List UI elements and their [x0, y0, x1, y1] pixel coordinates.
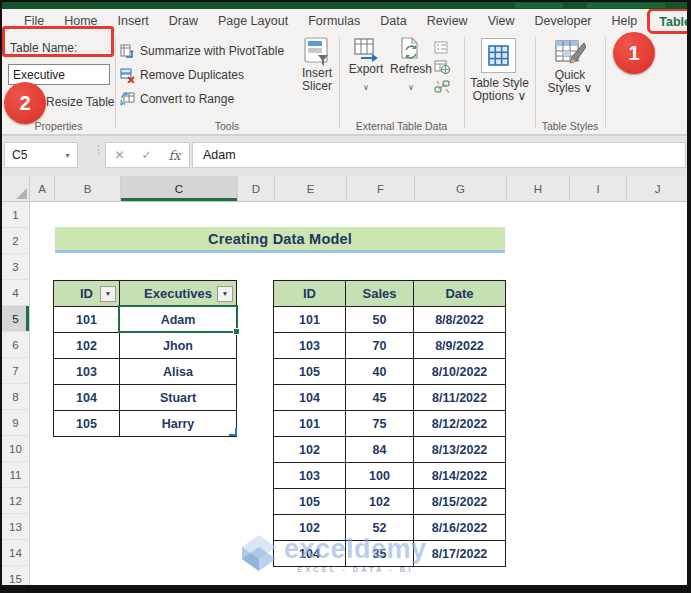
column-header-B[interactable]: B	[55, 176, 121, 202]
cell[interactable]: 101	[54, 307, 120, 333]
cell[interactable]: 105	[274, 359, 346, 385]
cell[interactable]: Alisa	[120, 359, 237, 385]
column-header-G[interactable]: G	[415, 176, 507, 202]
column-header-A[interactable]: A	[30, 176, 55, 202]
cell[interactable]: 102	[274, 437, 346, 463]
column-header-H[interactable]: H	[507, 176, 570, 202]
column-header-D[interactable]: D	[238, 176, 275, 202]
header-cell-executives[interactable]: Executives▼	[120, 281, 237, 307]
quick-styles-button[interactable]: Quick Styles ∨	[537, 37, 603, 95]
menu-tab-draw[interactable]: Draw	[159, 14, 208, 28]
menu-tab-insert[interactable]: Insert	[108, 14, 159, 28]
cell[interactable]: 8/14/2022	[414, 463, 506, 489]
cell[interactable]: 102	[54, 333, 120, 359]
column-header-F[interactable]: F	[347, 176, 415, 202]
menu-tab-developer[interactable]: Developer	[525, 14, 602, 28]
menu-tab-help[interactable]: Help	[602, 14, 648, 28]
cell[interactable]: 8/12/2022	[414, 411, 506, 437]
cell[interactable]: 104	[274, 541, 346, 567]
header-cell-id[interactable]: ID▼	[54, 281, 120, 307]
cell[interactable]: 101	[274, 411, 346, 437]
header-cell-id[interactable]: ID	[274, 281, 346, 307]
cell[interactable]: 103	[274, 333, 346, 359]
table-style-options-button[interactable]	[481, 38, 516, 73]
select-all-corner[interactable]	[2, 176, 30, 202]
menu-tab-formulas[interactable]: Formulas	[298, 14, 370, 28]
row-header-9[interactable]: 9	[2, 410, 30, 436]
row-header-7[interactable]: 7	[2, 358, 30, 384]
unlink-icon[interactable]	[434, 80, 450, 94]
name-box-dropdown-icon[interactable]: ▼	[64, 152, 77, 159]
cell[interactable]: 40	[346, 359, 414, 385]
enter-icon[interactable]: ✓	[141, 148, 151, 162]
menu-tab-review[interactable]: Review	[417, 14, 478, 28]
row-header-13[interactable]: 13	[2, 514, 30, 540]
cell[interactable]: 103	[274, 463, 346, 489]
formula-bar-splitter[interactable]: ⋮	[93, 146, 104, 152]
header-cell-date[interactable]: Date	[414, 281, 506, 307]
row-header-8[interactable]: 8	[2, 384, 30, 410]
table-style-options-label[interactable]: Table Style Options ∨	[464, 77, 535, 103]
cell[interactable]: 8/10/2022	[414, 359, 506, 385]
filter-dropdown-icon[interactable]: ▼	[217, 286, 233, 302]
cell[interactable]: Adam	[120, 307, 237, 333]
cell[interactable]: 102	[274, 515, 346, 541]
cell[interactable]: 105	[274, 489, 346, 515]
menu-tab-file[interactable]: File	[14, 14, 54, 28]
cell[interactable]: 103	[54, 359, 120, 385]
row-header-4[interactable]: 4	[2, 280, 30, 306]
row-header-2[interactable]: 2	[2, 228, 30, 254]
cell[interactable]: 102	[346, 489, 414, 515]
cell[interactable]: Jhon	[120, 333, 237, 359]
cell[interactable]: Stuart	[120, 385, 237, 411]
header-cell-sales[interactable]: Sales	[346, 281, 414, 307]
row-header-11[interactable]: 11	[2, 462, 30, 488]
remove-duplicates-button[interactable]: Remove Duplicates	[120, 67, 244, 83]
cell[interactable]: 101	[274, 307, 346, 333]
convert-to-range-button[interactable]: Convert to Range	[120, 91, 234, 107]
cell[interactable]: 35	[346, 541, 414, 567]
column-header-E[interactable]: E	[275, 176, 347, 202]
cell[interactable]: 8/8/2022	[414, 307, 506, 333]
formula-input[interactable]: Adam	[192, 142, 686, 168]
menu-tab-page-layout[interactable]: Page Layout	[208, 14, 298, 28]
menu-tab-view[interactable]: View	[478, 14, 525, 28]
column-header-C[interactable]: C	[121, 176, 238, 202]
cell[interactable]: 50	[346, 307, 414, 333]
row-header-1[interactable]: 1	[2, 202, 30, 228]
cell[interactable]: 8/17/2022	[414, 541, 506, 567]
cell[interactable]: 84	[346, 437, 414, 463]
summarize-with-pivottable-button[interactable]: Summarize with PivotTable	[120, 43, 284, 59]
insert-function-icon[interactable]: fx	[168, 148, 180, 163]
column-header-J[interactable]: J	[627, 176, 689, 202]
refresh-button[interactable]: Refresh ∨	[389, 37, 433, 94]
cancel-icon[interactable]: ✕	[114, 148, 124, 162]
name-box[interactable]: C5 ▼	[4, 142, 78, 168]
cell[interactable]: 8/13/2022	[414, 437, 506, 463]
cell[interactable]: 8/15/2022	[414, 489, 506, 515]
row-header-14[interactable]: 14	[2, 540, 30, 566]
column-header-I[interactable]: I	[570, 176, 627, 202]
row-header-5[interactable]: 5	[2, 306, 30, 332]
insert-slicer-button[interactable]: Insert Slicer	[295, 37, 339, 93]
cell[interactable]: 75	[346, 411, 414, 437]
menu-tab-home[interactable]: Home	[54, 14, 107, 28]
row-header-12[interactable]: 12	[2, 488, 30, 514]
cell[interactable]: 8/16/2022	[414, 515, 506, 541]
cell[interactable]: 8/9/2022	[414, 333, 506, 359]
filter-dropdown-icon[interactable]: ▼	[100, 286, 116, 302]
row-header-10[interactable]: 10	[2, 436, 30, 462]
cell[interactable]: 70	[346, 333, 414, 359]
cell[interactable]: 45	[346, 385, 414, 411]
cell[interactable]: 104	[54, 385, 120, 411]
cell[interactable]: 104	[274, 385, 346, 411]
cell[interactable]: 100	[346, 463, 414, 489]
export-button[interactable]: Export ∨	[344, 37, 388, 94]
row-header-3[interactable]: 3	[2, 254, 30, 280]
open-in-browser-icon[interactable]	[434, 60, 450, 74]
cell[interactable]: 105	[54, 411, 120, 437]
row-header-6[interactable]: 6	[2, 332, 30, 358]
data-range-properties-icon[interactable]	[434, 41, 449, 54]
cell[interactable]: 8/11/2022	[414, 385, 506, 411]
cell[interactable]: Harry	[120, 411, 237, 437]
